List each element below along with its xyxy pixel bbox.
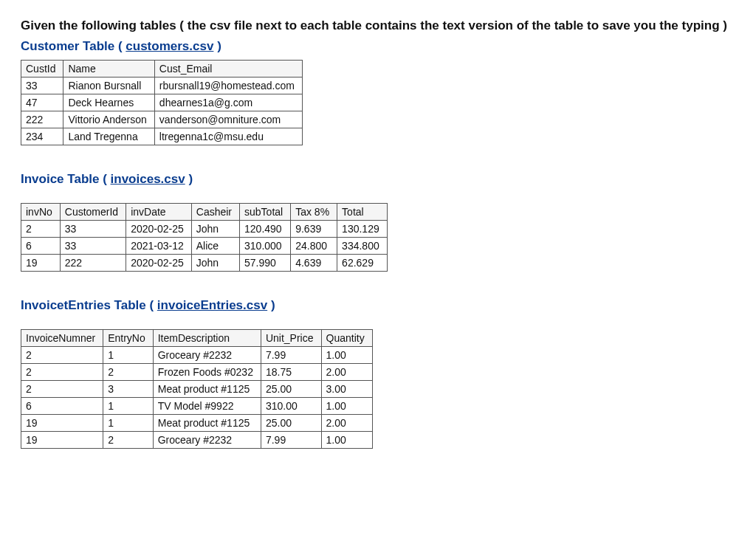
cell: 234 [21,128,63,145]
table-row: 2 3 Meat product #1125 25.00 3.00 [21,380,373,397]
cell: 2020-02-25 [126,254,192,271]
invoice-th-invdate: invDate [126,203,192,220]
invoice-title-suffix: ) [185,172,193,186]
invoice-th-customerid: CustomerId [60,203,126,220]
entries-th-entryno: EntryNo [103,329,154,346]
cell: Vittorio Anderson [63,111,154,128]
customer-th-custid: CustId [21,60,63,77]
cell: 1 [103,414,154,431]
cell: 334.800 [337,237,388,254]
cell: Meat product #1125 [153,414,261,431]
cell: 6 [21,237,61,254]
cell: 2 [21,220,61,237]
cell: 25.00 [261,380,321,397]
entries-section-title: InvoicetEntries Table ( invoiceEntries.c… [21,298,735,313]
invoice-th-subtotal: subTotal [240,203,291,220]
intro-text: Given the following tables ( the csv fil… [21,18,735,35]
cell: 2.00 [321,414,372,431]
customers-csv-link[interactable]: customers.csv [126,39,213,53]
cell: 19 [21,414,103,431]
table-row: 33 Rianon Bursnall rbursnall19@homestead… [21,77,303,94]
cell: rbursnall19@homestead.com [154,77,302,94]
cell: 222 [60,254,126,271]
cell: 57.990 [240,254,291,271]
cell: 1.00 [321,397,372,414]
cell: 1 [103,397,154,414]
cell: 24.800 [291,237,337,254]
cell: 2 [21,380,103,397]
cell: 2020-02-25 [126,220,192,237]
cell: Groceary #2232 [153,431,261,448]
cell: 120.490 [240,220,291,237]
invoice-th-invno: invNo [21,203,61,220]
cell: 2 [21,346,103,363]
entries-table: InvoiceNumner EntryNo ItemDescription Un… [21,329,373,449]
table-row: 2 2 Frozen Foods #0232 18.75 2.00 [21,363,373,380]
cell: 47 [21,94,63,111]
table-row: 19 1 Meat product #1125 25.00 2.00 [21,414,373,431]
table-row: 19 2 Groceary #2232 7.99 1.00 [21,431,373,448]
invoice-section-title: Invoice Table ( invoices.csv ) [21,172,735,187]
table-row: 47 Deck Hearnes dhearnes1a@g.com [21,94,303,111]
cell: 33 [60,220,126,237]
cell: Frozen Foods #0232 [153,363,261,380]
invoiceentries-csv-link[interactable]: invoiceEntries.csv [157,298,267,312]
cell: 2 [103,363,154,380]
entries-th-invoicenumner: InvoiceNumner [21,329,103,346]
customer-section-title: Customer Table ( customers.csv ) [21,39,735,54]
customer-th-name: Name [63,60,154,77]
invoice-th-casheir: Casheir [191,203,239,220]
cell: 3.00 [321,380,372,397]
cell: Deck Hearnes [63,94,154,111]
table-row: 2 33 2020-02-25 John 120.490 9.639 130.1… [21,220,388,237]
cell: Alice [191,237,239,254]
cell: 33 [21,77,63,94]
entries-title-prefix: InvoicetEntries Table ( [21,298,157,312]
invoice-title-prefix: Invoice Table ( [21,172,111,186]
cell: vanderson@omniture.com [154,111,302,128]
cell: 2.00 [321,363,372,380]
cell: Land Tregenna [63,128,154,145]
cell: 2 [103,431,154,448]
cell: 7.99 [261,346,321,363]
entries-title-suffix: ) [267,298,275,312]
cell: 1 [103,346,154,363]
cell: 33 [60,237,126,254]
cell: John [191,220,239,237]
cell: 1.00 [321,431,372,448]
cell: 222 [21,111,63,128]
cell: 6 [21,397,103,414]
table-row: 2 1 Groceary #2232 7.99 1.00 [21,346,373,363]
cell: 4.639 [291,254,337,271]
cell: Rianon Bursnall [63,77,154,94]
invoices-csv-link[interactable]: invoices.csv [111,172,185,186]
customer-th-email: Cust_Email [154,60,302,77]
table-row: 234 Land Tregenna ltregenna1c@msu.edu [21,128,303,145]
cell: 2021-03-12 [126,237,192,254]
cell: 18.75 [261,363,321,380]
cell: Groceary #2232 [153,346,261,363]
cell: 310.000 [240,237,291,254]
cell: 9.639 [291,220,337,237]
table-row: 6 33 2021-03-12 Alice 310.000 24.800 334… [21,237,388,254]
cell: John [191,254,239,271]
invoice-th-tax: Tax 8% [291,203,337,220]
entries-th-itemdescription: ItemDescription [153,329,261,346]
table-row: 6 1 TV Model #9922 310.00 1.00 [21,397,373,414]
entries-th-unitprice: Unit_Price [261,329,321,346]
table-row: 19 222 2020-02-25 John 57.990 4.639 62.6… [21,254,388,271]
table-row: 222 Vittorio Anderson vanderson@omniture… [21,111,303,128]
cell: 3 [103,380,154,397]
cell: 25.00 [261,414,321,431]
cell: 1.00 [321,346,372,363]
cell: 2 [21,363,103,380]
customer-table: CustId Name Cust_Email 33 Rianon Bursnal… [21,60,303,145]
customer-title-prefix: Customer Table ( [21,39,126,53]
cell: 19 [21,431,103,448]
customer-title-suffix: ) [213,39,221,53]
cell: 7.99 [261,431,321,448]
cell: TV Model #9922 [153,397,261,414]
cell: 62.629 [337,254,388,271]
invoice-table: invNo CustomerId invDate Casheir subTota… [21,203,388,272]
cell: 310.00 [261,397,321,414]
